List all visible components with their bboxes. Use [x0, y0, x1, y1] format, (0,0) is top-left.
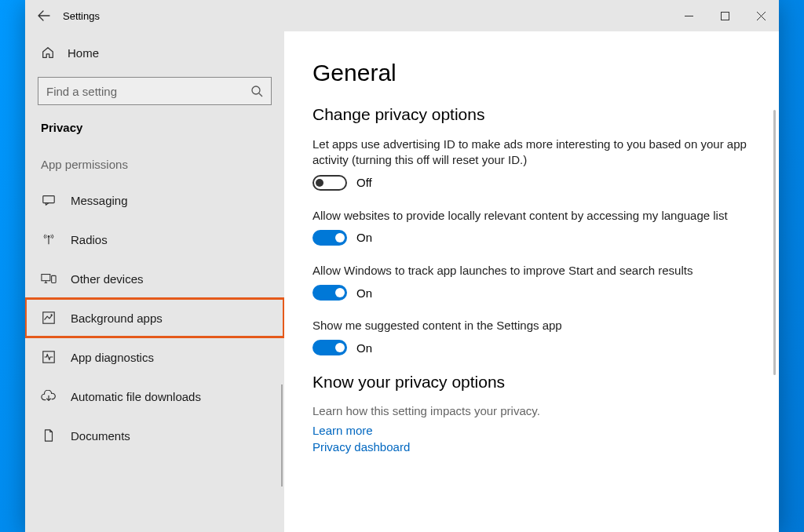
svg-rect-0	[721, 12, 729, 20]
sidebar-item-radios[interactable]: Radios	[25, 220, 284, 259]
sidebar-item-label: Messaging	[71, 194, 128, 207]
maximize-icon	[721, 12, 729, 20]
search-field[interactable]	[46, 85, 250, 98]
main-content: General Change privacy options Let apps …	[284, 31, 779, 532]
setting-desc: Show me suggested content in the Setting…	[312, 318, 751, 333]
sidebar-section-label: App permissions	[25, 139, 284, 180]
svg-rect-5	[52, 275, 56, 282]
svg-point-1	[252, 86, 260, 94]
app-diagnostics-icon	[41, 349, 57, 365]
sidebar-item-label: Radios	[71, 233, 108, 246]
toggle-state-label: Off	[356, 176, 372, 189]
svg-point-7	[51, 314, 53, 315]
section-know-privacy-options: Know your privacy options	[312, 373, 751, 392]
setting-track-app-launches: Allow Windows to track app launches to i…	[312, 263, 751, 301]
link-privacy-dashboard[interactable]: Privacy dashboard	[312, 439, 751, 455]
home-icon	[41, 46, 55, 60]
cloud-download-icon	[41, 388, 57, 404]
settings-window: Settings Home	[25, 0, 779, 532]
sidebar-home[interactable]: Home	[25, 38, 284, 67]
setting-advertising-id: Let apps use advertising ID to make ads …	[312, 137, 751, 191]
window-title: Settings	[63, 10, 100, 22]
main-scrollbar[interactable]	[773, 110, 776, 375]
search-input[interactable]	[38, 77, 272, 105]
toggle-state-label: On	[356, 341, 372, 355]
sidebar-item-label: Other devices	[71, 272, 144, 286]
svg-rect-2	[43, 196, 54, 203]
radios-icon	[41, 231, 57, 247]
sidebar-item-background-apps[interactable]: Background apps	[25, 298, 284, 337]
toggle-state-label: On	[356, 231, 372, 244]
svg-rect-4	[42, 275, 50, 281]
setting-language-list: Allow websites to provide locally releva…	[312, 208, 751, 246]
setting-desc: Allow Windows to track app launches to i…	[312, 263, 751, 279]
setting-suggested-content: Show me suggested content in the Setting…	[312, 318, 751, 355]
back-arrow-icon	[38, 9, 50, 22]
setting-desc: Allow websites to provide locally releva…	[312, 208, 751, 224]
search-icon	[250, 85, 263, 97]
sidebar-item-messaging[interactable]: Messaging	[25, 180, 284, 220]
toggle-advertising-id[interactable]	[312, 175, 347, 191]
titlebar: Settings	[25, 0, 779, 31]
sidebar-scrollbar[interactable]	[281, 384, 283, 486]
sidebar-item-label: Background apps	[71, 312, 163, 325]
sidebar-item-app-diagnostics[interactable]: App diagnostics	[25, 337, 284, 377]
setting-desc: Let apps use advertising ID to make ads …	[312, 137, 751, 169]
sidebar-item-documents[interactable]: Documents	[25, 416, 284, 455]
window-controls	[671, 0, 779, 31]
messaging-icon	[41, 192, 57, 208]
sidebar-item-label: App diagnostics	[71, 351, 154, 364]
page-title: General	[312, 60, 751, 86]
sidebar: Home Privacy App permissions Messaging	[25, 31, 284, 532]
sidebar-item-automatic-file-downloads[interactable]: Automatic file downloads	[25, 377, 284, 416]
minimize-icon	[685, 12, 693, 20]
section-change-privacy-options: Change privacy options	[312, 105, 751, 124]
link-learn-more[interactable]: Learn more	[312, 422, 751, 439]
sidebar-item-label: Automatic file downloads	[71, 390, 201, 403]
back-button[interactable]	[25, 0, 63, 31]
toggle-language-list[interactable]	[312, 230, 347, 246]
toggle-state-label: On	[356, 286, 372, 300]
section-desc: Learn how this setting impacts your priv…	[312, 404, 751, 417]
close-icon	[757, 12, 766, 20]
maximize-button[interactable]	[707, 0, 743, 31]
minimize-button[interactable]	[671, 0, 707, 31]
sidebar-home-label: Home	[68, 46, 99, 60]
background-apps-icon	[41, 310, 57, 326]
toggle-suggested-content[interactable]	[312, 340, 347, 355]
close-button[interactable]	[743, 0, 779, 31]
other-devices-icon	[41, 271, 57, 286]
sidebar-item-label: Documents	[71, 429, 130, 443]
sidebar-category: Privacy	[25, 113, 284, 139]
sidebar-item-other-devices[interactable]: Other devices	[25, 259, 284, 298]
svg-point-3	[48, 235, 50, 238]
documents-icon	[41, 428, 57, 443]
sidebar-nav: Messaging Radios Other devices	[25, 180, 284, 455]
toggle-track-app-launches[interactable]	[312, 285, 347, 301]
